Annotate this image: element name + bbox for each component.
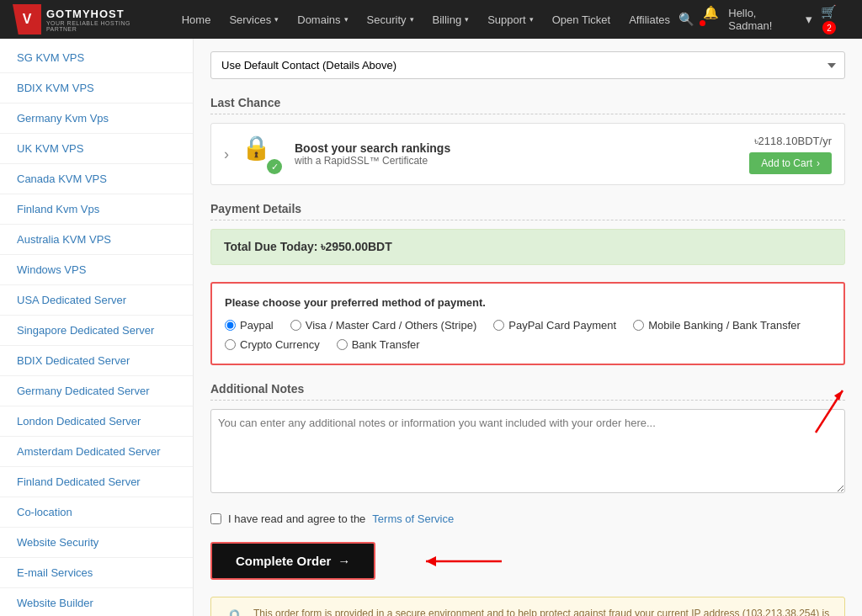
user-greeting[interactable]: Hello, Sadman! bbox=[728, 7, 797, 32]
nav-affiliates[interactable]: Affiliates bbox=[620, 0, 678, 39]
sidebar-item-germany-kvm[interactable]: Germany Kvm Vps bbox=[0, 104, 193, 134]
sidebar-item-bdix-kvm-vps[interactable]: BDIX KVM VPS bbox=[0, 73, 193, 104]
nav-services[interactable]: Services▾ bbox=[221, 0, 287, 39]
complete-order-label: Complete Order bbox=[236, 554, 331, 568]
secure-lock-icon: 🔒 bbox=[224, 608, 245, 616]
tos-row: I have read and agree to the Terms of Se… bbox=[210, 512, 845, 525]
secure-notice: 🔒 This order form is provided in a secur… bbox=[210, 597, 845, 616]
arrow-annotation-left bbox=[409, 544, 510, 578]
bank-label: Bank Transfer bbox=[352, 338, 420, 351]
arrow-annotation-right bbox=[782, 374, 849, 441]
complete-order-button[interactable]: Complete Order → bbox=[210, 542, 375, 580]
notification-dot bbox=[700, 20, 705, 26]
nav-right: 🔍 🔔 Hello, Sadman! ▾ 🛒2 bbox=[678, 4, 849, 35]
notes-section: Additional Notes bbox=[210, 382, 845, 496]
billing-caret: ▾ bbox=[465, 15, 469, 24]
ssl-promo-arrow[interactable]: › bbox=[224, 146, 229, 163]
ssl-check-icon: ✓ bbox=[267, 159, 282, 174]
brand-tagline: YOUR RELIABLE HOSTING PARTNER bbox=[46, 20, 157, 32]
nav-links: Home Services▾ Domains▾ Security▾ Billin… bbox=[173, 0, 678, 39]
sidebar-item-usa-dedicated[interactable]: USA Dedicated Server bbox=[0, 285, 193, 316]
bell-icon[interactable]: 🔔 bbox=[703, 5, 720, 35]
notes-textarea[interactable] bbox=[210, 409, 845, 493]
sidebar-item-germany-dedicated[interactable]: Germany Dedicated Server bbox=[0, 376, 193, 406]
ssl-price: ৳2118.10BDT/yr bbox=[749, 135, 832, 148]
sidebar-item-website-security[interactable]: Website Security bbox=[0, 528, 193, 558]
brand-logo[interactable]: V GOTMYHOST YOUR RELIABLE HOSTING PARTNE… bbox=[13, 4, 157, 35]
ssl-add-btn-label: Add to Cart bbox=[761, 157, 812, 169]
sidebar-item-email-services[interactable]: E-mail Services bbox=[0, 558, 193, 588]
total-due-label: Total Due Today: bbox=[224, 240, 317, 253]
payment-option-paypalcard[interactable]: PayPal Card Payment bbox=[493, 319, 616, 332]
nav-security[interactable]: Security▾ bbox=[359, 0, 423, 39]
sidebar-item-uk-kvm[interactable]: UK KVM VPS bbox=[0, 134, 193, 164]
nav-support[interactable]: Support▾ bbox=[479, 0, 542, 39]
sidebar-item-windows-vps[interactable]: Windows VPS bbox=[0, 255, 193, 285]
paypalcard-label: PayPal Card Payment bbox=[508, 319, 616, 332]
services-caret: ▾ bbox=[274, 15, 279, 24]
mobile-radio[interactable] bbox=[633, 320, 644, 331]
crypto-radio[interactable] bbox=[225, 339, 236, 350]
sidebar-item-finland-dedicated[interactable]: Finland Dedicated Server bbox=[0, 467, 193, 497]
payment-method-title: Please choose your preferred method of p… bbox=[225, 296, 831, 309]
sidebar-item-colocation[interactable]: Co-location bbox=[0, 497, 193, 528]
ssl-add-to-cart-button[interactable]: Add to Cart › bbox=[749, 152, 832, 174]
contact-select[interactable]: Use Default Contact (Details Above) bbox=[210, 51, 845, 79]
total-due-box: Total Due Today: ৳2950.00BDT bbox=[210, 229, 845, 265]
visa-radio[interactable] bbox=[290, 320, 301, 331]
sidebar-item-amsterdam-dedicated[interactable]: Amsterdam Dedicated Server bbox=[0, 437, 193, 467]
sidebar-item-sg-kvm-vps[interactable]: SG KVM VPS bbox=[0, 43, 193, 73]
crypto-label: Crypto Currency bbox=[240, 338, 320, 351]
nav-open-ticket[interactable]: Open Ticket bbox=[544, 0, 619, 39]
payment-options: Paypal Visa / Master Card / Others (Stri… bbox=[225, 319, 831, 351]
support-caret: ▾ bbox=[529, 15, 534, 24]
complete-order-wrap: Complete Order → bbox=[210, 542, 845, 580]
user-caret[interactable]: ▾ bbox=[806, 12, 812, 27]
ssl-lock-icon: 🔒 bbox=[242, 135, 271, 161]
complete-order-arrow: → bbox=[338, 554, 350, 568]
sidebar-item-website-builder[interactable]: Website Builder bbox=[0, 588, 193, 616]
logo-icon: V bbox=[13, 4, 41, 35]
sidebar-item-bdix-dedicated[interactable]: BDIX Dedicated Server bbox=[0, 346, 193, 376]
payment-option-crypto[interactable]: Crypto Currency bbox=[225, 338, 320, 351]
sidebar-item-australia-kvm[interactable]: Australia KVM VPS bbox=[0, 225, 193, 255]
search-icon[interactable]: 🔍 bbox=[678, 12, 694, 27]
payment-option-mobile[interactable]: Mobile Banking / Bank Transfer bbox=[633, 319, 801, 332]
brand-name: GOTMYHOST bbox=[46, 8, 157, 20]
bank-radio[interactable] bbox=[337, 339, 348, 350]
nav-domains[interactable]: Domains▾ bbox=[289, 0, 356, 39]
last-chance-section: Last Chance › 🔒 ✓ Boost your search rank… bbox=[210, 96, 845, 185]
payment-method-section: Please choose your preferred method of p… bbox=[210, 282, 845, 365]
nav-home[interactable]: Home bbox=[173, 0, 220, 39]
nav-billing[interactable]: Billing▾ bbox=[424, 0, 478, 39]
visa-label: Visa / Master Card / Others (Stripe) bbox=[306, 319, 477, 332]
total-due-amount: ৳2950.00BDT bbox=[321, 240, 391, 253]
ssl-boost-main: Boost your search rankings bbox=[295, 141, 737, 155]
ssl-price-block: ৳2118.10BDT/yr Add to Cart › bbox=[749, 135, 832, 174]
payment-option-bank[interactable]: Bank Transfer bbox=[337, 338, 420, 351]
sidebar-item-singapore-dedicated[interactable]: Singapore Dedicated Server bbox=[0, 316, 193, 346]
cart-badge: 2 bbox=[822, 21, 836, 35]
sidebar-item-finland-kvm[interactable]: Finland Kvm Vps bbox=[0, 194, 193, 225]
paypalcard-radio[interactable] bbox=[493, 320, 504, 331]
sidebar-item-canada-kvm[interactable]: Canada KVM VPS bbox=[0, 164, 193, 194]
ssl-add-btn-arrow: › bbox=[817, 157, 820, 169]
ssl-boost-sub: with a RapidSSL™ Certificate bbox=[295, 155, 737, 167]
svg-marker-3 bbox=[426, 556, 436, 566]
ssl-text: Boost your search rankings with a RapidS… bbox=[295, 141, 737, 167]
paypal-radio[interactable] bbox=[225, 320, 236, 331]
tos-link[interactable]: Terms of Service bbox=[372, 512, 454, 525]
sidebar: SG KVM VPS BDIX KVM VPS Germany Kvm Vps … bbox=[0, 39, 194, 616]
payment-details-title: Payment Details bbox=[210, 202, 845, 220]
logo-text: GOTMYHOST YOUR RELIABLE HOSTING PARTNER bbox=[46, 8, 157, 32]
domains-caret: ▾ bbox=[344, 15, 349, 24]
tos-label: I have read and agree to the bbox=[228, 512, 365, 525]
navbar: V GOTMYHOST YOUR RELIABLE HOSTING PARTNE… bbox=[0, 0, 862, 39]
tos-checkbox[interactable] bbox=[210, 513, 221, 524]
cart-icon[interactable]: 🛒2 bbox=[821, 4, 849, 35]
ssl-icon-wrap: 🔒 ✓ bbox=[242, 134, 282, 174]
sidebar-item-london-dedicated[interactable]: London Dedicated Server bbox=[0, 406, 193, 437]
secure-notice-text: This order form is provided in a secure … bbox=[253, 608, 832, 616]
payment-option-paypal[interactable]: Paypal bbox=[225, 319, 274, 332]
payment-option-visa[interactable]: Visa / Master Card / Others (Stripe) bbox=[290, 319, 477, 332]
